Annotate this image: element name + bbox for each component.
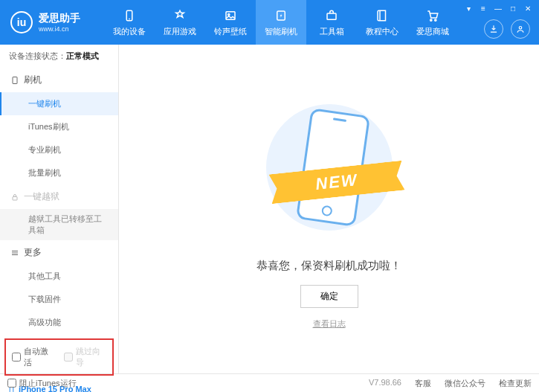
svg-point-9 bbox=[519, 27, 522, 30]
auto-activate-checkbox[interactable]: 自动激活 bbox=[12, 346, 55, 368]
footer-wechat[interactable]: 微信公众号 bbox=[445, 378, 485, 389]
user-button[interactable] bbox=[511, 19, 530, 39]
nav-my-device[interactable]: 我的设备 bbox=[104, 0, 155, 45]
sidebar-jailbreak-note: 越狱工具已转移至工具箱 bbox=[0, 209, 118, 240]
svg-point-7 bbox=[430, 19, 432, 20]
header: iu 爱思助手 www.i4.cn 我的设备 应用游戏 铃声壁纸 智能刷机 工具… bbox=[0, 0, 539, 45]
download-button[interactable] bbox=[484, 19, 503, 39]
sidebar-item-firmware[interactable]: 下载固件 bbox=[0, 288, 118, 311]
maximize-icon[interactable]: □ bbox=[506, 3, 520, 13]
options-box: 自动激活 跳过向导 bbox=[4, 338, 114, 376]
app-icon bbox=[172, 8, 187, 23]
sidebar-item-advanced[interactable]: 高级功能 bbox=[0, 311, 118, 334]
connection-status: 设备连接状态：正常模式 bbox=[0, 45, 118, 68]
footer-support[interactable]: 客服 bbox=[415, 378, 431, 389]
footer-update[interactable]: 检查更新 bbox=[499, 378, 532, 389]
logo: iu 爱思助手 www.i4.cn bbox=[0, 11, 104, 33]
nav-store[interactable]: 爱思商城 bbox=[407, 0, 458, 45]
nav-apps[interactable]: 应用游戏 bbox=[155, 0, 205, 45]
toolbox-icon bbox=[324, 8, 339, 23]
block-itunes-checkbox[interactable]: 阻止iTunes运行 bbox=[7, 378, 77, 389]
flash-icon bbox=[274, 8, 288, 23]
top-nav: 我的设备 应用游戏 铃声壁纸 智能刷机 工具箱 教程中心 爱思商城 bbox=[104, 0, 458, 45]
sidebar-item-pro[interactable]: 专业刷机 bbox=[0, 138, 118, 161]
app-url: www.i4.cn bbox=[39, 25, 80, 33]
settings-icon[interactable]: ≡ bbox=[477, 3, 490, 13]
nav-flash[interactable]: 智能刷机 bbox=[256, 0, 306, 45]
nav-tutorials[interactable]: 教程中心 bbox=[357, 0, 407, 45]
sidebar-header-flash[interactable]: 刷机 bbox=[0, 68, 118, 92]
main-content: NEW 恭喜您，保资料刷机成功啦！ 确定 查看日志 bbox=[119, 45, 539, 373]
menu-icon[interactable]: ▾ bbox=[462, 3, 475, 13]
sidebar-header-more[interactable]: 更多 bbox=[0, 240, 118, 265]
list-icon bbox=[10, 76, 19, 85]
skip-guide-checkbox[interactable]: 跳过向导 bbox=[64, 346, 107, 368]
close-icon[interactable]: ✕ bbox=[521, 3, 535, 13]
lock-icon bbox=[10, 193, 19, 202]
more-icon bbox=[10, 248, 19, 257]
svg-rect-10 bbox=[13, 77, 17, 83]
book-icon bbox=[375, 8, 390, 23]
image-icon bbox=[223, 8, 238, 23]
svg-point-3 bbox=[228, 13, 230, 15]
ok-button[interactable]: 确定 bbox=[300, 285, 358, 308]
svg-point-8 bbox=[435, 19, 436, 20]
minimize-icon[interactable]: — bbox=[491, 3, 505, 13]
logo-icon: iu bbox=[10, 11, 33, 33]
sidebar: 设备连接状态：正常模式 刷机 一键刷机 iTunes刷机 专业刷机 批量刷机 一… bbox=[0, 45, 119, 373]
svg-rect-11 bbox=[13, 196, 17, 200]
svg-rect-5 bbox=[327, 13, 336, 19]
sidebar-header-jailbreak[interactable]: 一键越狱 bbox=[0, 184, 118, 209]
success-message: 恭喜您，保资料刷机成功啦！ bbox=[256, 259, 401, 273]
sidebar-item-oneclick[interactable]: 一键刷机 bbox=[0, 92, 118, 115]
sidebar-item-itunes[interactable]: iTunes刷机 bbox=[0, 115, 118, 138]
sidebar-item-tools[interactable]: 其他工具 bbox=[0, 265, 118, 288]
app-name: 爱思助手 bbox=[39, 12, 80, 25]
nav-ringtones[interactable]: 铃声壁纸 bbox=[205, 0, 256, 45]
nav-toolbox[interactable]: 工具箱 bbox=[306, 0, 357, 45]
version-label: V7.98.66 bbox=[369, 378, 401, 389]
cart-icon bbox=[425, 8, 440, 23]
success-graphic: NEW bbox=[255, 97, 404, 245]
view-log-link[interactable]: 查看日志 bbox=[313, 318, 346, 330]
window-controls: ▾ ≡ — □ ✕ bbox=[462, 3, 535, 13]
phone-icon bbox=[122, 8, 137, 23]
svg-rect-2 bbox=[226, 11, 235, 19]
sidebar-item-batch[interactable]: 批量刷机 bbox=[0, 161, 118, 184]
